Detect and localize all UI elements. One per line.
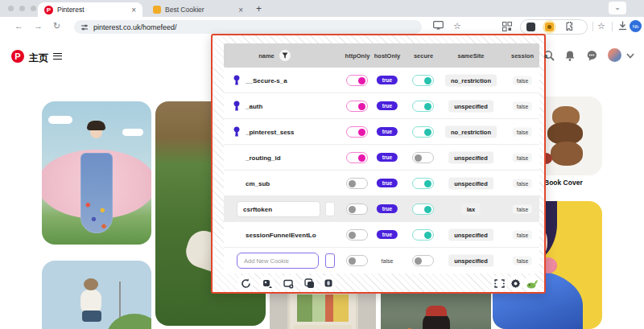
session-value: false xyxy=(513,179,532,187)
settings-gear-icon[interactable] xyxy=(507,275,523,291)
window-close-button[interactable] xyxy=(8,6,14,11)
export-cookies-button[interactable] xyxy=(259,275,275,291)
notifications-bell-icon[interactable] xyxy=(564,50,576,61)
cookie-row[interactable]: sessionFunnelEventLo true unspecified fa… xyxy=(224,222,539,248)
window-chevron-icon[interactable]: ⌄ xyxy=(609,2,626,14)
side-panel-star-icon[interactable]: ☆ xyxy=(597,21,605,31)
site-settings-icon[interactable] xyxy=(80,23,89,31)
samesite-value[interactable]: unspecified xyxy=(448,255,493,267)
toggle-knob xyxy=(424,232,431,239)
httponly-toggle[interactable] xyxy=(346,204,368,215)
hostonly-value: false xyxy=(382,258,394,264)
secure-toggle[interactable] xyxy=(412,126,434,138)
best-cookier-extension-icon[interactable] xyxy=(545,23,554,31)
close-tab-icon[interactable]: × xyxy=(131,6,136,14)
session-value: false xyxy=(513,230,532,239)
hostonly-true-badge: true xyxy=(377,76,398,84)
export-icon xyxy=(262,278,273,289)
add-new-cookie-input[interactable]: Add New Cookie xyxy=(237,253,319,269)
samesite-value[interactable]: lax xyxy=(461,203,481,215)
hamburger-menu-icon[interactable] xyxy=(53,53,62,60)
samesite-value[interactable]: no_restriction xyxy=(445,74,497,86)
cookie-row[interactable]: _auth true unspecified false xyxy=(224,93,539,119)
cookie-row[interactable]: cm_sub true unspecified false xyxy=(224,171,539,196)
pin-card-flower-dress-illustration[interactable] xyxy=(42,101,151,245)
samesite-value[interactable]: unspecified xyxy=(448,151,493,163)
extension-logo-icon[interactable] xyxy=(524,275,540,291)
pinned-pin-icon xyxy=(233,75,241,85)
httponly-toggle[interactable] xyxy=(346,178,368,189)
toggle-knob xyxy=(349,232,356,239)
secure-toggle[interactable] xyxy=(412,152,434,163)
samesite-value[interactable]: no_restriction xyxy=(445,125,497,138)
forward-button[interactable]: → xyxy=(34,21,43,31)
samesite-value[interactable]: unspecified xyxy=(448,228,493,241)
pin-card-crouching-girl-illustration[interactable] xyxy=(42,261,151,329)
secure-toggle[interactable] xyxy=(412,75,434,86)
window-minimize-button[interactable] xyxy=(19,6,25,11)
qr-extension-icon[interactable] xyxy=(502,22,512,31)
popup-toolbar xyxy=(224,273,539,294)
figure-hair-shape xyxy=(87,121,105,130)
close-tab-icon[interactable]: × xyxy=(238,6,243,14)
bookmark-star-icon[interactable]: ☆ xyxy=(453,21,461,31)
cookie-name-input[interactable]: csrftoken xyxy=(237,201,320,217)
value-input-stub[interactable] xyxy=(325,202,335,216)
cookie-name: __Secure-s_a xyxy=(246,76,287,84)
httponly-toggle[interactable] xyxy=(346,152,368,163)
chevron-down-icon[interactable] xyxy=(626,53,634,59)
cookie-row[interactable]: __Secure-s_a true no_restriction false xyxy=(224,68,539,93)
httponly-toggle[interactable] xyxy=(346,229,368,241)
secure-toggle[interactable] xyxy=(412,178,434,189)
secure-toggle[interactable] xyxy=(412,255,434,266)
profile-avatar[interactable] xyxy=(608,48,621,62)
tab-best-cookier[interactable]: Best Cookier × xyxy=(147,2,250,17)
delete-all-cookies-button[interactable] xyxy=(320,275,336,291)
cookie-row[interactable]: csrftoken true lax false xyxy=(224,196,539,222)
reload-button[interactable]: ↻ xyxy=(53,21,60,31)
profile-avatar[interactable]: Nb xyxy=(630,20,642,32)
browser-menu-icon[interactable]: ⋮ xyxy=(641,21,644,30)
tab-pinterest[interactable]: P Pinterest × xyxy=(38,2,142,17)
address-bar[interactable]: pinterest.co.uk/homefeed/ xyxy=(74,20,422,34)
cookie-name: sessionFunnelEventLo xyxy=(246,231,316,238)
samesite-value[interactable]: unspecified xyxy=(448,100,493,112)
extensions-puzzle-icon[interactable] xyxy=(564,22,573,31)
httponly-toggle[interactable] xyxy=(346,101,368,112)
secure-toggle[interactable] xyxy=(412,204,434,215)
screenshot-root: { "browser": { "tabs": [ { "title": "Pin… xyxy=(0,0,644,329)
new-tab-button[interactable]: + xyxy=(256,3,262,14)
value-input-stub[interactable] xyxy=(325,253,335,268)
cookie-row[interactable]: _pinterest_sess true no_restriction fals… xyxy=(224,119,539,145)
expand-window-button[interactable] xyxy=(491,275,507,291)
toggle-knob xyxy=(349,180,356,187)
downloads-icon[interactable] xyxy=(618,21,627,31)
secure-toggle[interactable] xyxy=(412,229,434,241)
url-text: pinterest.co.uk/homefeed/ xyxy=(93,23,177,31)
filter-button[interactable] xyxy=(279,50,291,61)
cookie-row[interactable]: _routing_id true unspecified false xyxy=(224,145,539,171)
toolbar-separator xyxy=(592,22,593,31)
new-cookie-row[interactable]: Add New Cookie false unspecified false xyxy=(224,248,539,273)
window-maximize-button[interactable] xyxy=(31,6,36,11)
copy-all-cookies-button[interactable] xyxy=(301,275,317,291)
httponly-toggle[interactable] xyxy=(346,126,368,138)
dark-extension-icon[interactable] xyxy=(526,23,535,31)
refresh-cookies-button[interactable] xyxy=(237,275,254,291)
pinterest-logo-icon[interactable]: P xyxy=(11,50,24,63)
filter-funnel-icon xyxy=(282,52,288,59)
session-value: false xyxy=(513,257,532,265)
nav-home-link[interactable]: 主页 xyxy=(29,51,48,65)
back-button[interactable]: ← xyxy=(14,21,23,31)
import-cookies-button[interactable] xyxy=(280,275,296,291)
samesite-value[interactable]: unspecified xyxy=(448,177,493,189)
red-cap-shape xyxy=(426,306,447,316)
toggle-knob xyxy=(358,129,365,136)
pin-caption[interactable]: Book Cover xyxy=(544,179,583,187)
messages-icon[interactable] xyxy=(586,50,597,61)
secure-toggle[interactable] xyxy=(412,101,434,112)
httponly-toggle[interactable] xyxy=(346,75,368,86)
httponly-toggle[interactable] xyxy=(346,255,368,266)
send-to-device-icon[interactable] xyxy=(433,21,444,30)
toggle-knob xyxy=(349,206,356,213)
